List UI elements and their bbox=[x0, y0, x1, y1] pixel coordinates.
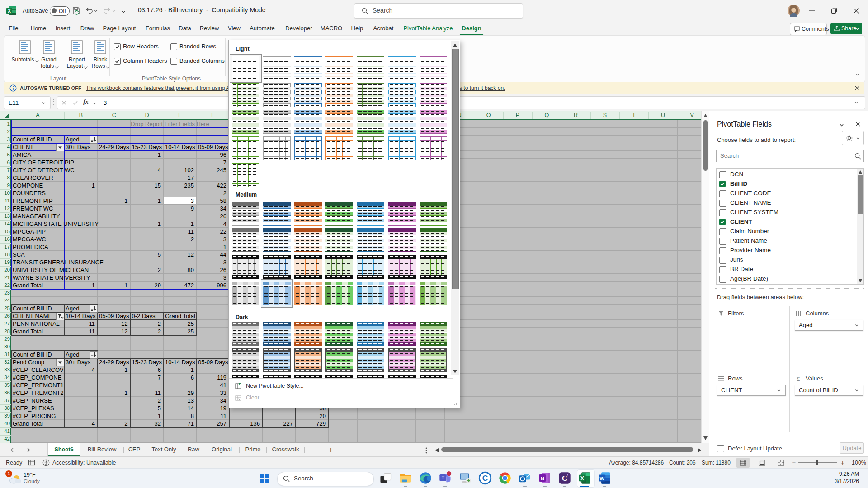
view-page-layout-button[interactable] bbox=[755, 458, 769, 468]
gallery-style-thumb[interactable] bbox=[263, 202, 291, 225]
gallery-style-thumb[interactable] bbox=[294, 136, 322, 160]
gallery-style-thumb[interactable] bbox=[326, 202, 353, 225]
gallery-style-thumb[interactable] bbox=[420, 56, 447, 80]
field-checkbox[interactable] bbox=[719, 276, 726, 283]
gallery-style-thumb[interactable] bbox=[388, 282, 416, 305]
gallery-style-thumb[interactable] bbox=[357, 202, 384, 225]
field-item-client-system[interactable]: CLIENT SYSTEM bbox=[718, 208, 854, 217]
autosave-toggle[interactable]: Off bbox=[50, 6, 70, 16]
ribbon-tab-design[interactable]: Design bbox=[458, 22, 484, 35]
gallery-style-thumb[interactable] bbox=[263, 110, 291, 134]
ribbon-tab-page-layout[interactable]: Page Layout bbox=[98, 22, 140, 35]
ribbon-tab-view[interactable]: View bbox=[225, 22, 244, 35]
field-chip-dropdown-icon[interactable] bbox=[777, 389, 781, 392]
field-item-dcn[interactable]: DCN bbox=[718, 170, 854, 179]
gallery-style-thumb[interactable] bbox=[420, 110, 447, 134]
gallery-style-thumb[interactable] bbox=[326, 282, 353, 305]
taskbar-icon-file-explorer[interactable] bbox=[399, 471, 412, 485]
ribbon-tab-file[interactable]: File bbox=[4, 22, 24, 35]
gallery-style-thumb[interactable] bbox=[388, 228, 416, 252]
gallery-style-thumb[interactable] bbox=[232, 136, 259, 160]
sheet-tab-prime[interactable]: Prime bbox=[240, 443, 266, 456]
cell-button-sort-B31[interactable] bbox=[90, 351, 98, 359]
new-sheet-button[interactable]: + bbox=[326, 445, 336, 455]
ribbon-button-report layout[interactable]: Report Layout bbox=[64, 38, 90, 75]
gallery-style-thumb[interactable] bbox=[388, 136, 416, 160]
field-checkbox[interactable] bbox=[719, 266, 726, 273]
field-item-client-code[interactable]: CLIENT CODE bbox=[718, 189, 854, 198]
column-header-O[interactable]: O bbox=[474, 112, 504, 119]
minimize-button[interactable] bbox=[807, 6, 816, 15]
field-item-claim-number[interactable]: Claim Number bbox=[718, 227, 854, 236]
gallery-style-thumb[interactable] bbox=[357, 322, 384, 346]
gear-dropdown-icon[interactable] bbox=[856, 136, 860, 140]
gallery-style-thumb[interactable] bbox=[357, 348, 384, 372]
weather-widget[interactable]: 119°FCloudy bbox=[5, 470, 59, 487]
gallery-style-thumb[interactable] bbox=[232, 228, 259, 252]
gallery-style-thumb[interactable] bbox=[263, 228, 291, 252]
field-checkbox[interactable] bbox=[719, 247, 726, 254]
gallery-style-thumb[interactable] bbox=[388, 322, 416, 346]
gallery-style-thumb[interactable] bbox=[294, 282, 322, 305]
cell-button-dd-A32[interactable] bbox=[56, 359, 64, 366]
field-chip-count-of-bill-id[interactable]: Count of Bill ID bbox=[795, 385, 863, 396]
field-chip-client[interactable]: CLIENT bbox=[717, 385, 786, 396]
zoom-in-button[interactable]: + bbox=[840, 459, 845, 466]
ribbon-tab-formulas[interactable]: Formulas bbox=[142, 22, 174, 35]
sheet-vscrollbar[interactable] bbox=[701, 111, 709, 443]
message-bar-link-tail[interactable]: s to turn it back on. bbox=[459, 85, 523, 92]
gallery-style-thumb[interactable] bbox=[232, 322, 259, 346]
gallery-resize-grip[interactable] bbox=[453, 402, 458, 406]
field-item-juris[interactable]: Juris bbox=[718, 255, 854, 265]
macro-record-icon[interactable] bbox=[28, 459, 35, 466]
gallery-style-thumb[interactable] bbox=[388, 110, 416, 134]
cell-button-sort-B3[interactable] bbox=[90, 136, 98, 144]
column-header-R[interactable]: R bbox=[561, 112, 590, 119]
fx-dropdown-icon[interactable] bbox=[93, 102, 96, 105]
avatar[interactable] bbox=[788, 5, 800, 17]
clear-style-item[interactable]: Clear bbox=[229, 392, 453, 404]
taskbar-icon-outlook[interactable] bbox=[518, 471, 532, 485]
gallery-style-thumb[interactable] bbox=[294, 110, 322, 134]
field-item-patient-name[interactable]: Patient Name bbox=[718, 236, 854, 246]
fields-pane-close-icon[interactable] bbox=[855, 121, 861, 127]
message-bar-link[interactable]: This workbook contains features that pre… bbox=[86, 85, 228, 92]
ribbon-tab-macro[interactable]: MACRO bbox=[320, 22, 343, 35]
sheet-hscrollbar[interactable] bbox=[435, 446, 702, 454]
field-item-provider-name[interactable]: Provider Name bbox=[718, 246, 854, 255]
collapse-ribbon-icon[interactable] bbox=[856, 73, 859, 76]
comments-button[interactable]: Comments bbox=[790, 23, 827, 35]
gallery-style-thumb[interactable] bbox=[232, 282, 259, 305]
titlebar-search[interactable]: Search bbox=[354, 3, 523, 19]
column-header-Q[interactable]: Q bbox=[532, 112, 561, 119]
gallery-style-thumb[interactable] bbox=[294, 56, 322, 80]
undo-icon[interactable] bbox=[85, 7, 93, 15]
column-header-B[interactable]: B bbox=[64, 112, 98, 119]
field-item-bill-id[interactable]: Bill ID bbox=[718, 179, 854, 189]
gallery-scroll-thumb[interactable] bbox=[452, 49, 459, 289]
taskbar-icon-remote-desktop[interactable] bbox=[458, 471, 472, 485]
sheet-nav-left-icon[interactable] bbox=[10, 447, 14, 453]
vscroll-thumb[interactable] bbox=[703, 120, 708, 171]
gallery-style-thumb[interactable] bbox=[357, 83, 384, 107]
column-header-V[interactable]: V bbox=[678, 112, 701, 119]
taskbar-icon-onenote[interactable]: N bbox=[538, 471, 552, 485]
field-item-client[interactable]: CLIENT bbox=[718, 217, 854, 227]
gallery-style-thumb[interactable] bbox=[232, 163, 259, 187]
gallery-style-thumb[interactable] bbox=[263, 83, 291, 107]
gallery-style-thumb[interactable] bbox=[326, 322, 353, 346]
defer-checkbox[interactable] bbox=[717, 445, 724, 452]
ribbon-tab-insert[interactable]: Insert bbox=[50, 22, 75, 35]
gallery-style-thumb[interactable] bbox=[294, 202, 322, 225]
cell-button-sort-B25[interactable] bbox=[90, 305, 98, 313]
column-header-P[interactable]: P bbox=[503, 112, 533, 119]
sheet-tab-crosswalk[interactable]: Crosswalk bbox=[267, 443, 304, 456]
field-item-age-br-date-[interactable]: Age(BR Date) bbox=[718, 274, 854, 284]
gallery-style-thumb[interactable] bbox=[326, 136, 353, 160]
cell-button-dd-A4[interactable] bbox=[56, 144, 64, 151]
ribbon-tab-draw[interactable]: Draw bbox=[78, 22, 97, 35]
field-checkbox[interactable] bbox=[719, 209, 726, 216]
sheet-tab-original[interactable]: Original bbox=[205, 443, 239, 456]
fields-pane-gear-button[interactable] bbox=[842, 131, 864, 145]
gallery-style-thumb[interactable] bbox=[420, 348, 447, 372]
